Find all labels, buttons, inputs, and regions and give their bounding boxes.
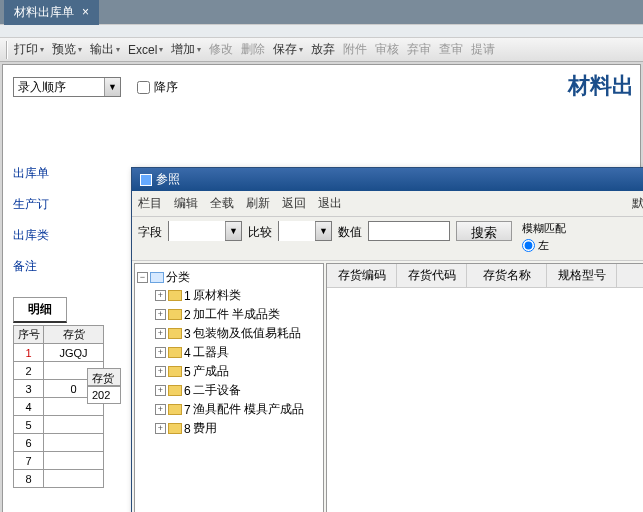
- menu-exit[interactable]: 退出: [318, 195, 342, 212]
- sub-row: 存货: [87, 368, 121, 386]
- folder-icon: [168, 385, 182, 396]
- toolbar-add[interactable]: 增加▾: [167, 39, 205, 60]
- folder-open-icon: [150, 272, 164, 283]
- tree-item[interactable]: + 7 渔具配件 模具产成品: [155, 400, 321, 419]
- chevron-down-icon[interactable]: ▼: [104, 78, 120, 96]
- compare-label: 比较: [248, 221, 272, 241]
- expand-icon[interactable]: +: [155, 347, 166, 358]
- close-icon[interactable]: ×: [82, 5, 89, 19]
- tree-item[interactable]: + 3 包装物及低值易耗品: [155, 324, 321, 343]
- entry-order-input[interactable]: [14, 80, 104, 94]
- expand-icon[interactable]: +: [155, 328, 166, 339]
- folder-icon: [168, 366, 182, 377]
- folder-icon: [168, 290, 182, 301]
- detail-tab[interactable]: 明细: [13, 297, 67, 323]
- grid-col-alias[interactable]: 存货代码: [397, 264, 467, 287]
- radio-left-input[interactable]: [522, 239, 535, 252]
- value-label: 数值: [338, 221, 362, 241]
- tree-pane[interactable]: − 分类 + 1 原材料类+ 2 加工件 半成品类+ 3 包装物及低值易耗品+ …: [134, 263, 324, 512]
- tree-item[interactable]: + 2 加工件 半成品类: [155, 305, 321, 324]
- value-input[interactable]: [368, 221, 450, 241]
- field-combo[interactable]: ▼: [168, 221, 242, 241]
- tree-item-code: 7: [184, 403, 191, 417]
- toolbar-submit[interactable]: 提请: [467, 39, 499, 60]
- expand-icon[interactable]: +: [155, 290, 166, 301]
- main-toolbar: 打印▾ 预览▾ 输出▾ Excel▾ 增加▾ 修改 删除 保存▾ 放弃 附件 审…: [0, 38, 643, 62]
- search-button[interactable]: 搜索: [456, 221, 512, 241]
- grid-col-name[interactable]: 存货名称: [467, 264, 547, 287]
- field-label: 字段: [138, 221, 162, 241]
- tree-root-label: 分类: [166, 269, 190, 286]
- tree-item-label: 产成品: [193, 363, 229, 380]
- content-area: 材料出 ▼ 降序 出库单 生产订 出库类 备注 明细 序号 存货 1JGQJ 2…: [2, 64, 641, 512]
- table-row: 7: [14, 452, 104, 470]
- toolbar-abandon[interactable]: 放弃: [307, 39, 339, 60]
- menu-loadall[interactable]: 全载: [210, 195, 234, 212]
- menu-edit[interactable]: 编辑: [174, 195, 198, 212]
- expand-icon[interactable]: +: [155, 309, 166, 320]
- spacer-bar: [0, 24, 643, 38]
- detail-table: 序号 存货 1JGQJ 2 30 4 5 6 7 8: [13, 325, 104, 488]
- expand-icon[interactable]: +: [155, 423, 166, 434]
- entry-order-combo[interactable]: ▼: [13, 77, 121, 97]
- toolbar-save[interactable]: 保存▾: [269, 39, 307, 60]
- toolbar-query[interactable]: 查审: [435, 39, 467, 60]
- toolbar-modify[interactable]: 修改: [205, 39, 237, 60]
- tree-item-code: 3: [184, 327, 191, 341]
- tree-item-label: 原材料类: [193, 287, 241, 304]
- grid-col-code[interactable]: 存货编码: [327, 264, 397, 287]
- reference-dialog: 参照 栏目 编辑 全载 刷新 返回 退出 默 字段 ▼ 比较 ▼ 数值 搜索 模…: [131, 167, 643, 512]
- sub-val[interactable]: 202: [87, 386, 121, 404]
- toolbar-output[interactable]: 输出▾: [86, 39, 124, 60]
- chevron-down-icon[interactable]: ▼: [315, 222, 331, 240]
- toolbar-delete[interactable]: 删除: [237, 39, 269, 60]
- tree-item[interactable]: + 6 二手设备: [155, 381, 321, 400]
- window-tab-active[interactable]: 材料出库单 ×: [4, 0, 99, 25]
- tree-root-node[interactable]: − 分类: [137, 269, 321, 286]
- compare-combo[interactable]: ▼: [278, 221, 332, 241]
- collapse-icon[interactable]: −: [137, 272, 148, 283]
- tree-item-label: 工器具: [193, 344, 229, 361]
- menu-refresh[interactable]: 刷新: [246, 195, 270, 212]
- grid-header: 存货编码 存货代码 存货名称 规格型号: [327, 264, 643, 288]
- menu-mo[interactable]: 默: [632, 195, 643, 212]
- field-input[interactable]: [169, 221, 225, 241]
- folder-icon: [168, 309, 182, 320]
- toolbar-unaudit[interactable]: 弃审: [403, 39, 435, 60]
- expand-icon[interactable]: +: [155, 385, 166, 396]
- compare-input[interactable]: [279, 221, 315, 241]
- grid-col-spec[interactable]: 规格型号: [547, 264, 617, 287]
- tree-item[interactable]: + 1 原材料类: [155, 286, 321, 305]
- tree-item[interactable]: + 4 工器具: [155, 343, 321, 362]
- label-chukudan: 出库单: [13, 165, 49, 182]
- dialog-body: − 分类 + 1 原材料类+ 2 加工件 半成品类+ 3 包装物及低值易耗品+ …: [132, 261, 643, 512]
- tree-item-code: 4: [184, 346, 191, 360]
- chevron-down-icon[interactable]: ▼: [225, 222, 241, 240]
- toolbar-print[interactable]: 打印▾: [10, 39, 48, 60]
- menu-back[interactable]: 返回: [282, 195, 306, 212]
- tree-item[interactable]: + 5 产成品: [155, 362, 321, 381]
- col-inv: 存货: [44, 326, 104, 344]
- radio-left[interactable]: 左: [522, 238, 566, 253]
- tree-item-code: 1: [184, 289, 191, 303]
- app-icon: [140, 174, 152, 186]
- dialog-menu: 栏目 编辑 全载 刷新 返回 退出 默: [132, 191, 643, 217]
- dialog-titlebar[interactable]: 参照: [132, 168, 643, 191]
- toolbar-attach[interactable]: 附件: [339, 39, 371, 60]
- tree-item[interactable]: + 8 费用: [155, 419, 321, 438]
- table-row: 6: [14, 434, 104, 452]
- label-shengchan: 生产订: [13, 196, 49, 213]
- toolbar-preview[interactable]: 预览▾: [48, 39, 86, 60]
- toolbar-excel[interactable]: Excel▾: [124, 41, 167, 59]
- table-row: 1JGQJ: [14, 344, 104, 362]
- tree-item-code: 8: [184, 422, 191, 436]
- tree-item-label: 加工件 半成品类: [193, 306, 280, 323]
- tree-item-label: 渔具配件 模具产成品: [193, 401, 304, 418]
- expand-icon[interactable]: +: [155, 404, 166, 415]
- expand-icon[interactable]: +: [155, 366, 166, 377]
- desc-checkbox[interactable]: [137, 81, 150, 94]
- menu-column[interactable]: 栏目: [138, 195, 162, 212]
- fuzzy-label: 模糊匹配: [522, 221, 566, 236]
- grid-pane[interactable]: 存货编码 存货代码 存货名称 规格型号: [326, 263, 643, 512]
- toolbar-audit[interactable]: 审核: [371, 39, 403, 60]
